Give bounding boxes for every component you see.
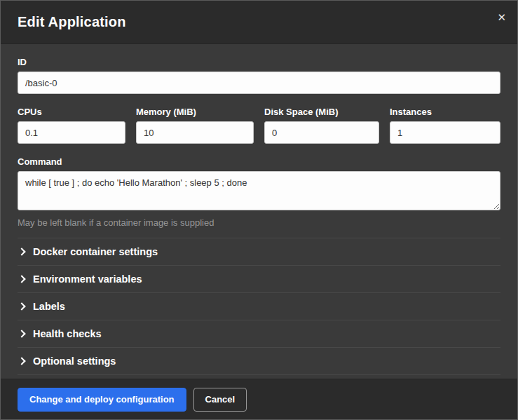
chevron-right-icon bbox=[18, 302, 25, 310]
modal-footer: Change and deploy configuration Cancel bbox=[1, 379, 517, 419]
memory-field-group: Memory (MiB) bbox=[136, 107, 254, 144]
section-label: Docker container settings bbox=[33, 246, 158, 257]
chevron-right-icon bbox=[18, 275, 25, 283]
command-textarea[interactable]: while [ true ] ; do echo 'Hello Marathon… bbox=[18, 171, 500, 210]
edit-application-modal: Edit Application ✕ ID CPUs Memory (MiB) … bbox=[0, 0, 518, 420]
section-label: Health checks bbox=[33, 328, 102, 339]
cpus-field-group: CPUs bbox=[18, 107, 125, 144]
command-label: Command bbox=[18, 156, 500, 167]
cpus-input[interactable] bbox=[18, 121, 125, 144]
section-label: Optional settings bbox=[33, 355, 116, 367]
instances-input[interactable] bbox=[390, 121, 500, 144]
section-environment-variables[interactable]: Environment variables bbox=[18, 265, 500, 292]
chevron-right-icon bbox=[18, 357, 25, 365]
chevron-right-icon bbox=[18, 330, 25, 337]
section-label: Environment variables bbox=[33, 273, 142, 285]
change-and-deploy-button[interactable]: Change and deploy configuration bbox=[18, 388, 186, 412]
id-field-group: ID bbox=[18, 57, 500, 94]
disk-field-group: Disk Space (MiB) bbox=[264, 107, 379, 144]
disk-input[interactable] bbox=[264, 121, 379, 144]
section-docker-container-settings[interactable]: Docker container settings bbox=[18, 238, 500, 265]
memory-input[interactable] bbox=[136, 121, 254, 144]
command-help-text: May be left blank if a container image i… bbox=[18, 217, 500, 228]
section-labels[interactable]: Labels bbox=[18, 292, 500, 320]
chevron-right-icon bbox=[18, 248, 25, 255]
section-health-checks[interactable]: Health checks bbox=[18, 320, 500, 347]
resources-row: CPUs Memory (MiB) Disk Space (MiB) Insta… bbox=[18, 107, 500, 144]
instances-field-group: Instances bbox=[390, 107, 500, 144]
section-label: Labels bbox=[33, 301, 65, 312]
disk-label: Disk Space (MiB) bbox=[264, 107, 379, 117]
command-field-group: Command while [ true ] ; do echo 'Hello … bbox=[18, 156, 500, 228]
cpus-label: CPUs bbox=[18, 107, 125, 117]
close-icon[interactable]: ✕ bbox=[497, 12, 506, 22]
section-optional-settings[interactable]: Optional settings bbox=[18, 347, 500, 374]
page-title: Edit Application bbox=[18, 14, 126, 30]
memory-label: Memory (MiB) bbox=[136, 107, 254, 117]
id-input[interactable] bbox=[18, 72, 500, 94]
modal-body: ID CPUs Memory (MiB) Disk Space (MiB) In… bbox=[1, 44, 517, 379]
modal-header: Edit Application ✕ bbox=[1, 1, 517, 44]
cancel-button[interactable]: Cancel bbox=[193, 388, 247, 412]
instances-label: Instances bbox=[390, 107, 500, 117]
collapsible-sections: Docker container settings Environment va… bbox=[18, 238, 500, 375]
id-label: ID bbox=[18, 57, 500, 67]
